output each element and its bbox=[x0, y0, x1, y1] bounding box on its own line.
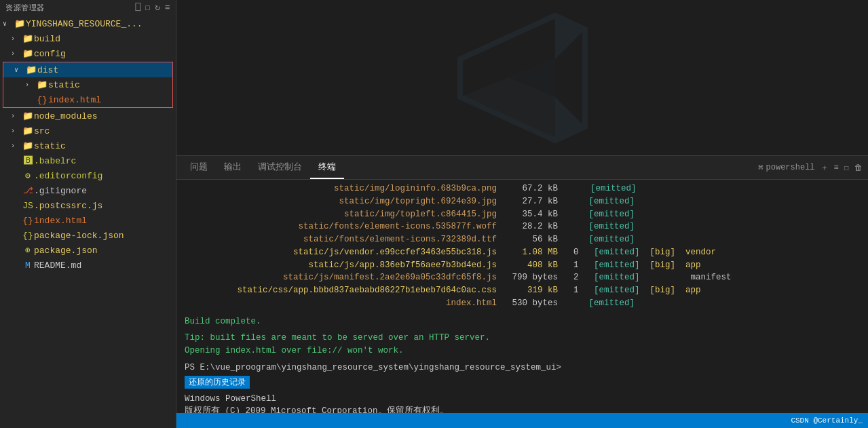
powershell-icon: ⌘ bbox=[758, 163, 763, 173]
tree-project-root[interactable]: ∨ 📁 YINGSHANG_RESOURCE_... bbox=[0, 16, 176, 31]
babel-icon: 🅱 bbox=[22, 156, 34, 166]
tree-item-config[interactable]: › 📁 config bbox=[0, 46, 176, 61]
folder-icon: 📁 bbox=[36, 79, 48, 90]
arrow-icon: › bbox=[11, 128, 22, 135]
build-output-line: static/img/logininfo.683b9ca.png 67.2 kB… bbox=[185, 182, 860, 195]
build-output-line-index: index.html 530 bytes [emitted] bbox=[185, 297, 860, 310]
terminal-body: static/img/logininfo.683b9ca.png 67.2 kB… bbox=[176, 180, 868, 413]
close-panel-button[interactable]: 🗑 bbox=[854, 163, 863, 173]
build-output-line-vendor: static/js/vendor.e99ccfef3463e55bc318.js… bbox=[185, 246, 860, 259]
dist-group: ∨ 📁 dist › 📁 static {} index.html bbox=[3, 62, 173, 108]
tip-line-2: Opening index.html over file:// won't wo… bbox=[185, 345, 860, 357]
item-label: README.md bbox=[34, 260, 81, 271]
new-file-icon[interactable]: ⎕ bbox=[135, 2, 140, 13]
bottom-bar-right: CSDN @Certainly_ bbox=[791, 416, 863, 425]
project-label: YINGSHANG_RESOURCE_... bbox=[26, 19, 143, 29]
item-label: index.html bbox=[34, 216, 87, 226]
sidebar: 资源管理器 ⎕ ☐ ↻ ≡ ∨ 📁 YINGSHANG_RESOURCE_...… bbox=[0, 0, 176, 428]
item-label: .editorconfig bbox=[34, 171, 102, 181]
json-icon: ⊕ bbox=[22, 245, 34, 256]
item-label: node_modules bbox=[34, 111, 98, 121]
new-folder-icon[interactable]: ☐ bbox=[145, 2, 151, 13]
tree-item-static-sub[interactable]: › 📁 static bbox=[3, 77, 172, 92]
html-icon: {} bbox=[22, 216, 34, 226]
item-label: build bbox=[34, 34, 60, 44]
md-icon: M bbox=[22, 260, 34, 271]
folder-icon: 📁 bbox=[22, 48, 34, 59]
restore-btn-line: 还原的历史记录 bbox=[185, 376, 860, 389]
tree-item-package-lock[interactable]: {} package-lock.json bbox=[0, 228, 176, 243]
bottom-bar: CSDN @Certainly_ bbox=[176, 413, 868, 428]
tree-item-static-root[interactable]: › 📁 static bbox=[0, 138, 176, 153]
build-output-line: static/fonts/element-icons.535877f.woff … bbox=[185, 220, 860, 233]
item-label: static bbox=[34, 141, 66, 151]
tab-problems[interactable]: 问题 bbox=[182, 156, 216, 179]
item-label: package-lock.json bbox=[34, 231, 124, 241]
arrow-icon: ∨ bbox=[3, 20, 14, 28]
sidebar-header: 资源管理器 ⎕ ☐ ↻ ≡ bbox=[0, 0, 176, 15]
editor-area bbox=[176, 0, 868, 155]
tree-item-gitignore[interactable]: ⎇ .gitignore bbox=[0, 183, 176, 198]
shell-selector[interactable]: ⌘ powershell bbox=[758, 163, 814, 173]
arrow-icon: › bbox=[11, 113, 22, 120]
arrow-icon: › bbox=[11, 50, 22, 58]
arrow-icon: › bbox=[25, 81, 36, 89]
refresh-icon[interactable]: ↻ bbox=[155, 2, 160, 13]
build-output-line-manifest: static/js/manifest.2ae2e69a05c33dfc65f8.… bbox=[185, 271, 860, 284]
item-label: package.json bbox=[34, 246, 98, 256]
tree-item-index-html-sub[interactable]: {} index.html bbox=[3, 92, 172, 107]
folder-icon: 📁 bbox=[22, 140, 34, 151]
tree-item-babelrc[interactable]: 🅱 .babelrc bbox=[0, 153, 176, 168]
build-output-line: static/img/topleft.c864415.jpg 35.4 kB [… bbox=[185, 208, 860, 221]
main-panel: 问题 输出 调试控制台 终端 ⌘ powershell ＋ ≡ ☐ 🗑 bbox=[176, 0, 868, 428]
tab-terminal[interactable]: 终端 bbox=[310, 156, 344, 179]
js-icon: JS bbox=[22, 201, 34, 211]
build-complete-text: Build complete. bbox=[185, 315, 261, 328]
tree-item-index-html-root[interactable]: {} index.html bbox=[0, 213, 176, 228]
tab-debug-console[interactable]: 调试控制台 bbox=[250, 156, 310, 179]
build-output-line-css: static/css/app.bbbd837aebabd86227b1ebeb7… bbox=[185, 284, 860, 297]
tree-item-node-modules[interactable]: › 📁 node_modules bbox=[0, 109, 176, 123]
folder-icon: 📁 bbox=[22, 33, 34, 44]
sidebar-title: 资源管理器 bbox=[5, 3, 45, 13]
item-label: static bbox=[48, 80, 80, 90]
folder-icon: 📁 bbox=[25, 64, 37, 75]
build-output-line: static/img/topright.6924e39.jpg 27.7 kB … bbox=[185, 195, 860, 208]
tree-item-postcssrc[interactable]: JS .postcssrc.js bbox=[0, 198, 176, 213]
restore-history-button[interactable]: 还原的历史记录 bbox=[185, 376, 250, 389]
ps-prompt-line: PS E:\vue_proogram\yingshang_resource_sy… bbox=[185, 362, 860, 374]
add-terminal-button[interactable]: ＋ bbox=[820, 162, 829, 174]
file-tree: ∨ 📁 YINGSHANG_RESOURCE_... › 📁 build › 📁… bbox=[0, 15, 176, 274]
build-output-line-app: static/js/app.836eb7f56aee7b3bd4ed.js 40… bbox=[185, 259, 860, 272]
tree-item-build[interactable]: › 📁 build bbox=[0, 31, 176, 46]
build-output-line: static/fonts/element-icons.732389d.ttf 5… bbox=[185, 233, 860, 246]
tree-item-package-json[interactable]: ⊕ package.json bbox=[0, 243, 176, 258]
folder-icon: 📁 bbox=[22, 111, 34, 121]
arrow-icon: › bbox=[11, 35, 22, 43]
split-terminal-button[interactable]: ≡ bbox=[834, 163, 839, 172]
tree-item-readme[interactable]: M README.md bbox=[0, 258, 176, 273]
vscode-watermark bbox=[455, 10, 590, 146]
windows-shell-line1: Windows PowerShell bbox=[185, 393, 860, 406]
item-label: dist bbox=[37, 65, 58, 75]
json-icon: {} bbox=[22, 231, 34, 241]
sidebar-header-icons: ⎕ ☐ ↻ ≡ bbox=[135, 2, 170, 13]
folder-icon: 📁 bbox=[14, 18, 26, 29]
tree-item-src[interactable]: › 📁 src bbox=[0, 123, 176, 138]
tree-item-dist[interactable]: ∨ 📁 dist bbox=[3, 62, 172, 77]
folder-icon: 📁 bbox=[22, 125, 34, 136]
windows-shell-line2: 版权所有 (C) 2009 Microsoft Corporation。保留所有… bbox=[185, 405, 860, 413]
collapse-icon[interactable]: ≡ bbox=[165, 3, 170, 13]
terminal-panel: 问题 输出 调试控制台 终端 ⌘ powershell ＋ ≡ ☐ 🗑 bbox=[176, 155, 868, 413]
item-label: .gitignore bbox=[34, 186, 87, 196]
tab-output[interactable]: 输出 bbox=[216, 156, 250, 179]
arrow-icon: › bbox=[11, 142, 22, 150]
git-icon: ⎇ bbox=[22, 185, 34, 196]
terminal-tabs-bar: 问题 输出 调试控制台 终端 ⌘ powershell ＋ ≡ ☐ 🗑 bbox=[176, 156, 868, 180]
maximize-panel-button[interactable]: ☐ bbox=[844, 163, 849, 173]
tree-item-editorconfig[interactable]: ⚙ .editorconfig bbox=[0, 168, 176, 183]
editor-icon: ⚙ bbox=[22, 170, 34, 181]
html-icon: {} bbox=[36, 95, 48, 105]
arrow-icon: ∨ bbox=[14, 66, 25, 74]
item-label: .babelrc bbox=[34, 156, 76, 166]
